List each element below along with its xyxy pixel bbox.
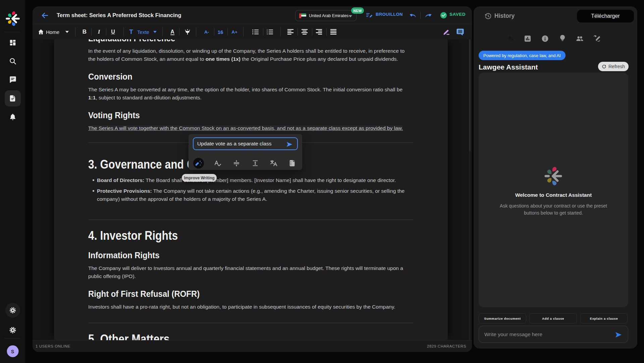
svg-text:3: 3 (267, 33, 268, 35)
